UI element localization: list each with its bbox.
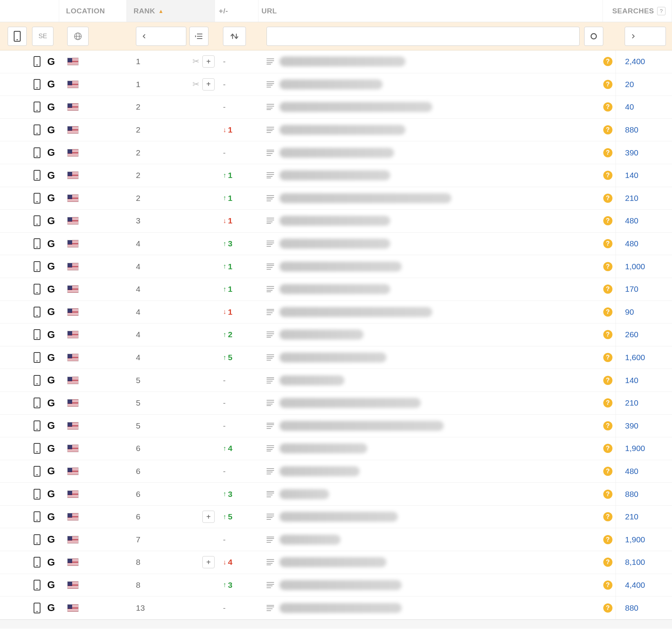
serp-snippet-icon[interactable]: [267, 559, 274, 565]
google-icon: G: [47, 329, 55, 341]
serp-snippet-icon[interactable]: [267, 514, 274, 520]
warning-badge-icon[interactable]: ?: [603, 80, 612, 89]
warning-badge-icon[interactable]: ?: [603, 125, 612, 134]
serp-snippet-icon[interactable]: [267, 104, 274, 110]
warning-badge-icon[interactable]: ?: [603, 512, 612, 521]
warning-badge-icon[interactable]: ?: [603, 239, 612, 248]
serp-snippet-icon[interactable]: [267, 172, 274, 178]
serp-snippet-icon[interactable]: [267, 81, 274, 87]
help-icon[interactable]: ?: [657, 7, 666, 15]
searches-value[interactable]: 1,900: [625, 535, 645, 544]
warning-badge-icon[interactable]: ?: [603, 194, 612, 203]
warning-badge-icon[interactable]: ?: [603, 307, 612, 317]
searches-value[interactable]: 20: [625, 80, 634, 89]
serp-snippet-icon[interactable]: [267, 332, 274, 338]
change-filter-button[interactable]: [223, 27, 246, 46]
serp-snippet-icon[interactable]: [267, 286, 274, 292]
searches-value[interactable]: 390: [625, 148, 638, 157]
searches-value[interactable]: 260: [625, 330, 638, 339]
flag-us-icon: [67, 558, 79, 566]
serp-snippet-icon[interactable]: [267, 445, 274, 451]
searches-value[interactable]: 210: [625, 512, 638, 521]
warning-badge-icon[interactable]: ?: [603, 535, 612, 544]
rank-list-button[interactable]: [189, 27, 208, 46]
searches-value[interactable]: 8,100: [625, 558, 645, 567]
searches-value[interactable]: 480: [625, 216, 638, 225]
searches-value[interactable]: 210: [625, 398, 638, 408]
searches-value[interactable]: 2,400: [625, 57, 645, 66]
circle-icon: [590, 32, 598, 40]
serp-snippet-icon[interactable]: [267, 423, 274, 429]
searches-value[interactable]: 1,600: [625, 353, 645, 362]
add-button[interactable]: +: [202, 55, 215, 68]
searches-next-button[interactable]: [625, 27, 666, 46]
header-change[interactable]: +/-: [215, 0, 258, 22]
serp-snippet-icon[interactable]: [267, 377, 274, 383]
searches-value[interactable]: 390: [625, 421, 638, 430]
warning-badge-icon[interactable]: ?: [603, 57, 612, 66]
searches-value[interactable]: 40: [625, 102, 634, 112]
warning-badge-icon[interactable]: ?: [603, 444, 612, 453]
rank-value: 6: [136, 490, 141, 499]
searches-value[interactable]: 480: [625, 239, 638, 248]
searches-value[interactable]: 880: [625, 603, 638, 613]
search-engine-filter-button[interactable]: SE: [32, 27, 53, 46]
warning-badge-icon[interactable]: ?: [603, 376, 612, 385]
warning-badge-icon[interactable]: ?: [603, 216, 612, 225]
serp-snippet-icon[interactable]: [267, 537, 274, 543]
location-filter-button[interactable]: [67, 27, 89, 46]
searches-value[interactable]: 4,400: [625, 581, 645, 590]
warning-badge-icon[interactable]: ?: [603, 421, 612, 430]
header-searches[interactable]: SEARCHES ?: [603, 0, 672, 22]
serp-snippet-icon[interactable]: [267, 150, 274, 156]
url-filter-input[interactable]: [267, 27, 580, 46]
warning-badge-icon[interactable]: ?: [603, 285, 612, 294]
warning-badge-icon[interactable]: ?: [603, 558, 612, 567]
serp-snippet-icon[interactable]: [267, 195, 274, 201]
searches-value[interactable]: 1,900: [625, 444, 645, 453]
warning-badge-icon[interactable]: ?: [603, 467, 612, 476]
device-filter-button[interactable]: [8, 27, 27, 46]
header-location[interactable]: LOCATION: [59, 0, 127, 22]
serp-snippet-icon[interactable]: [267, 58, 274, 65]
serp-snippet-icon[interactable]: [267, 468, 274, 474]
flag-us-icon: [67, 331, 79, 338]
add-button[interactable]: +: [202, 556, 215, 568]
searches-value[interactable]: 880: [625, 125, 638, 134]
searches-value[interactable]: 1,000: [625, 262, 645, 271]
warning-badge-icon[interactable]: ?: [603, 490, 612, 499]
warning-badge-icon[interactable]: ?: [603, 398, 612, 408]
warning-badge-icon[interactable]: ?: [603, 330, 612, 339]
warning-badge-icon[interactable]: ?: [603, 102, 612, 112]
header-url[interactable]: URL: [258, 0, 603, 22]
serp-snippet-icon[interactable]: [267, 605, 274, 611]
serp-snippet-icon[interactable]: [267, 582, 274, 588]
warning-badge-icon[interactable]: ?: [603, 262, 612, 271]
header-rank[interactable]: RANK ▲: [127, 0, 215, 22]
serp-snippet-icon[interactable]: [267, 400, 274, 406]
warning-badge-icon[interactable]: ?: [603, 148, 612, 157]
serp-snippet-icon[interactable]: [267, 309, 274, 315]
phone-icon: [34, 102, 40, 112]
searches-value[interactable]: 170: [625, 285, 638, 294]
add-button[interactable]: +: [202, 78, 215, 91]
serp-snippet-icon[interactable]: [267, 354, 274, 361]
serp-snippet-icon[interactable]: [267, 491, 274, 497]
serp-snippet-icon[interactable]: [267, 218, 274, 224]
serp-snippet-icon[interactable]: [267, 264, 274, 270]
warning-badge-icon[interactable]: ?: [603, 603, 612, 613]
warning-badge-icon[interactable]: ?: [603, 171, 612, 180]
add-button[interactable]: +: [202, 511, 215, 523]
url-filter-submit-button[interactable]: [584, 27, 603, 46]
serp-snippet-icon[interactable]: [267, 127, 274, 133]
warning-badge-icon[interactable]: ?: [603, 581, 612, 590]
searches-value[interactable]: 880: [625, 490, 638, 499]
searches-value[interactable]: 480: [625, 467, 638, 476]
serp-snippet-icon[interactable]: [267, 241, 274, 247]
rank-prev-button[interactable]: [136, 27, 186, 46]
searches-value[interactable]: 140: [625, 376, 638, 385]
warning-badge-icon[interactable]: ?: [603, 353, 612, 362]
searches-value[interactable]: 210: [625, 194, 638, 203]
searches-value[interactable]: 140: [625, 171, 638, 180]
searches-value[interactable]: 90: [625, 307, 634, 317]
